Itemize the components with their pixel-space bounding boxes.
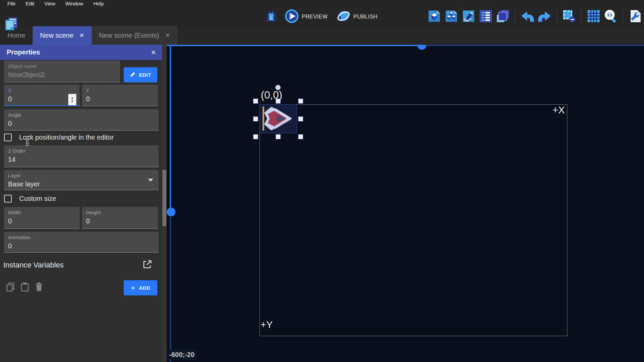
menu-view[interactable]: View: [40, 0, 60, 7]
preview-button[interactable]: PREVIEW: [283, 8, 330, 26]
rotation-handle[interactable]: [275, 85, 281, 90]
scene-canvas[interactable]: (0,0) +X +Y -600;-20: [167, 45, 644, 362]
zoom-1-1-button[interactable]: 1:1: [604, 10, 617, 24]
svg-text:1:1: 1:1: [607, 13, 612, 17]
layers-icon: [496, 9, 510, 24]
object-name-label: Object name: [8, 63, 116, 69]
canvas-vscroll-handle[interactable]: [167, 208, 175, 216]
preview-play-icon: [285, 9, 299, 25]
menu-bar: File Edit View Window Help: [0, 0, 644, 7]
toolbar-separator: [557, 10, 557, 24]
stepper-down-icon[interactable]: ▼: [71, 100, 74, 103]
menu-edit[interactable]: Edit: [21, 0, 39, 7]
close-panel-icon[interactable]: ✕: [151, 49, 156, 56]
copy-variable-icon[interactable]: [5, 282, 16, 294]
toggle-grid-button[interactable]: [587, 10, 600, 24]
menu-help[interactable]: Help: [89, 0, 109, 7]
zoom-1-1-icon: 1:1: [604, 9, 618, 25]
canvas-hscroll-track: [422, 45, 644, 46]
scene-window-frame: [259, 104, 567, 336]
width-field-label: Width: [8, 210, 76, 215]
redo-button[interactable]: [538, 10, 551, 24]
menu-window[interactable]: Window: [61, 0, 88, 7]
publish-label: PUBLISH: [354, 14, 377, 20]
properties-panel: Properties ✕ Object name NewObject2 EDIT…: [0, 45, 162, 362]
width-field-value: 0: [8, 217, 76, 225]
x-position-field[interactable]: X 0 ▲ ▼: [4, 85, 80, 106]
canvas-vscroll-indicator: [170, 45, 171, 208]
edit-objects-button[interactable]: [428, 10, 441, 24]
open-instances-list-button[interactable]: [479, 10, 492, 24]
tab-close-icon[interactable]: ✕: [165, 32, 170, 39]
selection-handle-middle-right[interactable]: [298, 116, 303, 121]
toolbar-right-group: 1:1: [428, 7, 642, 26]
instance-variables-title: Instance Variables: [3, 261, 64, 269]
delete-variable-icon[interactable]: [34, 282, 44, 294]
y-axis-label: +Y: [260, 319, 273, 330]
x-field-value: 0: [8, 95, 76, 103]
animation-field-value: 0: [8, 242, 155, 250]
edit-button-label: EDIT: [139, 72, 151, 78]
selection-handle-bottom-center[interactable]: [276, 134, 281, 139]
custom-size-row[interactable]: Custom size: [4, 195, 56, 203]
redo-icon: [537, 9, 552, 24]
selection-handle-bottom-right[interactable]: [298, 134, 303, 139]
z-order-field[interactable]: Z Order 14: [4, 145, 159, 167]
y-field-label: Y: [86, 87, 154, 93]
height-field[interactable]: Height 0: [82, 207, 158, 229]
object-name-value: NewObject2: [8, 71, 116, 79]
properties-title: Properties: [7, 48, 40, 56]
debugger-button[interactable]: [265, 10, 278, 24]
add-button-label: ADD: [139, 285, 150, 291]
selection-handle-top-right[interactable]: [298, 99, 303, 104]
tab-new-scene-label: New scene: [40, 32, 73, 39]
menu-file[interactable]: File: [3, 0, 20, 7]
publish-button[interactable]: PUBLISH: [334, 8, 379, 26]
selected-sprite-instance[interactable]: [259, 104, 297, 133]
toggle-mask-button[interactable]: [562, 10, 576, 24]
stepper-up-icon[interactable]: ▲: [71, 96, 74, 100]
tab-new-scene[interactable]: New scene ✕: [33, 26, 91, 45]
tab-close-icon[interactable]: ✕: [79, 32, 84, 39]
main-toolbar: PREVIEW PUBLISH: [0, 7, 644, 26]
lock-position-row[interactable]: Lock position/angle in the editor: [4, 134, 114, 141]
selection-handle-middle-left[interactable]: [253, 116, 258, 121]
height-field-label: Height: [86, 210, 154, 215]
y-position-field[interactable]: Y 0: [82, 85, 158, 106]
x-field-stepper[interactable]: ▲ ▼: [68, 94, 76, 105]
add-variable-button[interactable]: + ADD: [124, 280, 157, 295]
layer-select-value: Base layer: [8, 180, 155, 188]
properties-panel-header: Properties ✕: [0, 45, 162, 60]
undo-button[interactable]: [521, 10, 534, 24]
toolbar-separator: [581, 10, 581, 24]
paste-variable-icon[interactable]: [19, 282, 30, 294]
tab-new-scene-events[interactable]: New scene (Events) ✕: [92, 26, 177, 45]
panel-scrollbar-thumb[interactable]: [162, 170, 166, 226]
scene-settings-button[interactable]: [629, 10, 642, 24]
lock-position-checkbox[interactable]: [4, 134, 12, 141]
open-layers-button[interactable]: [496, 10, 510, 24]
chevron-down-icon[interactable]: [148, 179, 153, 182]
panel-scrollbar[interactable]: [162, 45, 167, 362]
open-properties-button[interactable]: [462, 10, 475, 24]
width-field[interactable]: Width 0: [4, 207, 80, 229]
animation-field[interactable]: Animation 0: [4, 232, 159, 253]
project-manager-button[interactable]: [3, 16, 19, 32]
edit-object-groups-button[interactable]: [445, 10, 458, 24]
angle-field[interactable]: Angle 0: [4, 109, 159, 131]
custom-size-checkbox[interactable]: [4, 195, 12, 203]
selection-handle-top-left[interactable]: [253, 99, 258, 104]
canvas-hscroll-handle[interactable]: [417, 45, 426, 50]
gdevelop-window: File Edit View Window Help: [0, 0, 644, 362]
mask-icon: [562, 9, 576, 25]
selection-handle-bottom-left[interactable]: [253, 134, 258, 139]
angle-field-value: 0: [8, 120, 155, 128]
edit-object-button[interactable]: EDIT: [124, 67, 157, 82]
undo-icon: [520, 9, 535, 24]
open-in-new-icon[interactable]: [142, 259, 152, 271]
project-manager-icon: [3, 16, 19, 33]
layer-select[interactable]: Layer Base layer: [4, 170, 159, 190]
properties-edit-icon: [462, 9, 475, 24]
preview-label: PREVIEW: [302, 14, 328, 20]
selection-handle-top-center[interactable]: [276, 99, 281, 104]
